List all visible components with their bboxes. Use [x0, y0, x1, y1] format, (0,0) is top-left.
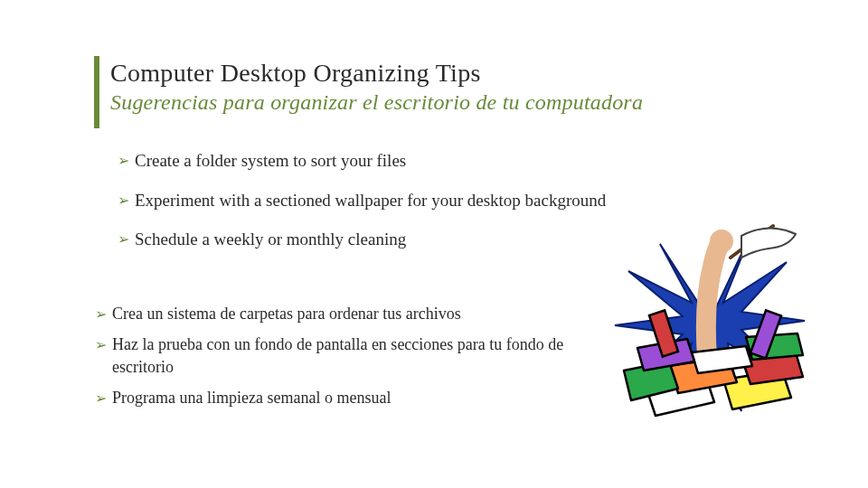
bullet-list-spanish: ➢ Crea un sistema de carpetas para orden… [95, 303, 601, 418]
clutter-illustration [606, 221, 814, 425]
bullet-text: Schedule a weekly or monthly cleaning [135, 228, 406, 251]
title-spanish: Sugerencias para organizar el escritorio… [110, 89, 797, 116]
svg-point-1 [710, 230, 733, 253]
title-block: Computer Desktop Organizing Tips Sugeren… [110, 60, 797, 116]
bullet-text: Experiment with a sectioned wallpaper fo… [135, 189, 606, 212]
list-item: ➢ Experiment with a sectioned wallpaper … [118, 189, 787, 212]
bullet-text: Crea un sistema de carpetas para ordenar… [112, 303, 461, 324]
slide: Computer Desktop Organizing Tips Sugeren… [0, 0, 868, 488]
list-item: ➢ Create a folder system to sort your fi… [118, 149, 787, 173]
bullet-arrow-icon: ➢ [118, 190, 129, 211]
bullet-text: Haz la prueba con un fondo de pantalla e… [112, 333, 601, 378]
list-item: ➢ Programa una limpieza semanal o mensua… [95, 387, 601, 408]
list-item: ➢ Crea un sistema de carpetas para orden… [95, 303, 601, 324]
bullet-arrow-icon: ➢ [95, 304, 107, 325]
title-accent-bar [94, 56, 99, 128]
list-item: ➢ Haz la prueba con un fondo de pantalla… [95, 333, 601, 378]
title-english: Computer Desktop Organizing Tips [110, 60, 797, 88]
bullet-text: Programa una limpieza semanal o mensual [112, 387, 391, 408]
bullet-arrow-icon: ➢ [95, 388, 107, 409]
bullet-text: Create a folder system to sort your file… [135, 149, 406, 173]
bullet-arrow-icon: ➢ [118, 229, 129, 250]
bullet-arrow-icon: ➢ [95, 334, 107, 356]
bullet-arrow-icon: ➢ [118, 150, 129, 172]
